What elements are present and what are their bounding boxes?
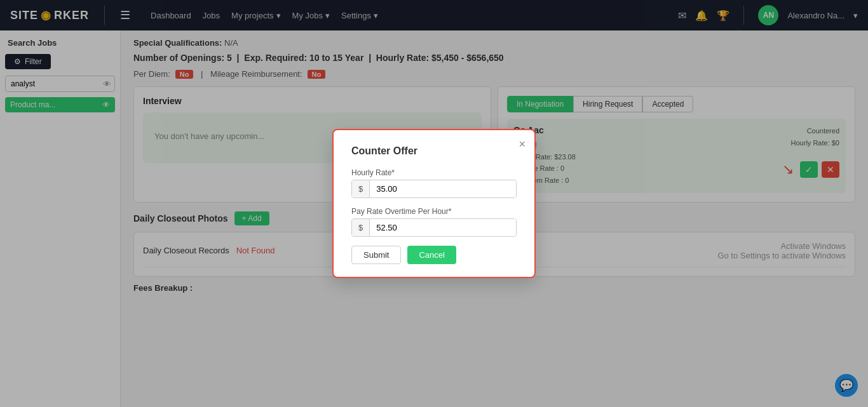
hourly-rate-input-wrap: $ <box>351 180 517 198</box>
modal-submit-button[interactable]: Submit <box>351 246 401 264</box>
counter-offer-modal: Counter Offer × Hourly Rate* $ Pay Rate … <box>332 129 536 278</box>
hourly-rate-input[interactable] <box>370 180 516 197</box>
modal-close-button[interactable]: × <box>519 138 526 151</box>
overtime-input[interactable] <box>370 219 516 236</box>
overtime-input-wrap: $ <box>351 218 517 237</box>
modal-cancel-button[interactable]: Cancel <box>407 246 456 264</box>
overtime-prefix: $ <box>352 219 370 236</box>
overtime-label: Pay Rate Overtime Per Hour* <box>351 207 517 216</box>
modal-title: Counter Offer <box>351 145 517 157</box>
hourly-prefix: $ <box>352 180 370 197</box>
modal-overlay: Counter Offer × Hourly Rate* $ Pay Rate … <box>0 0 868 407</box>
modal-buttons: Submit Cancel <box>351 246 517 264</box>
hourly-rate-label: Hourly Rate* <box>351 168 517 177</box>
